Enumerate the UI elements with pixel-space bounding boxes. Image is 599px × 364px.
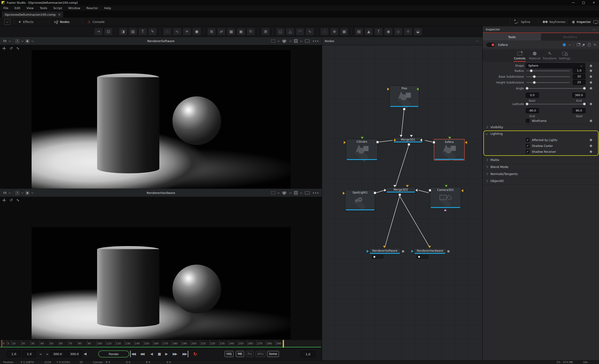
radius-slider[interactable] (526, 71, 570, 71)
angle-end-field[interactable]: 360.0 (572, 93, 585, 98)
input-socket-green[interactable] (445, 185, 448, 187)
play-rate-field[interactable]: 1.0 (301, 351, 315, 357)
keyframe-diamond[interactable] (590, 119, 592, 122)
input-socket-yellow[interactable] (461, 189, 463, 192)
keyframes-button[interactable]: Keyframes (543, 17, 565, 26)
run-script-icon[interactable]: ⊡ (104, 28, 112, 35)
minimize-button[interactable]: — (568, 0, 578, 5)
frame-format-icon[interactable] (305, 40, 309, 43)
input-socket-yellow[interactable] (344, 141, 346, 144)
tab-tools[interactable]: Tools (483, 34, 541, 41)
output-socket[interactable] (403, 108, 405, 110)
roi-icon[interactable] (271, 191, 275, 194)
latitude-low-field[interactable]: -90.0 (526, 108, 539, 113)
pin-icon[interactable] (583, 43, 585, 46)
play-button[interactable]: ▶ (165, 351, 168, 357)
color-corrector-icon[interactable]: ☀ (183, 28, 191, 35)
radius-field[interactable]: 1.0 (573, 68, 585, 73)
input-socket-cyan[interactable] (367, 250, 369, 253)
pan-icon[interactable] (2, 47, 6, 50)
node-camera3d1[interactable]: Camera3D1 (430, 187, 461, 208)
tab-modifiers[interactable]: Modifiers (541, 34, 599, 41)
tab-settings[interactable]: Settings (557, 51, 572, 60)
text-plus-icon[interactable]: T (139, 28, 147, 35)
node-rendererhardware[interactable]: RendererHardware (414, 248, 446, 254)
timeline-ruler[interactable]: 0510203040506070809010011012013014015016… (0, 340, 321, 348)
cube-3d-icon[interactable]: ◇ (394, 28, 402, 35)
render-button[interactable]: Render (98, 350, 129, 357)
fastnoise-icon[interactable]: ▨ (129, 28, 137, 35)
playhead[interactable] (1, 340, 2, 348)
input-socket-yellow[interactable] (383, 246, 386, 248)
pan-icon[interactable] (2, 198, 6, 202)
ellipse-mask-icon[interactable]: ○ (276, 28, 284, 35)
fast-rewind-button[interactable]: ◀◀ (140, 351, 145, 357)
maximize-button[interactable]: □ (578, 0, 589, 5)
input-socket-green[interactable] (361, 137, 364, 139)
input-socket-yellow[interactable] (406, 185, 409, 187)
section-matte[interactable]: Matte (483, 157, 599, 163)
resize-icon[interactable]: ↻ (247, 28, 255, 35)
tab-transform[interactable]: Transform (542, 51, 557, 60)
shadow-caster-checkbox[interactable]: ✓ (526, 144, 529, 147)
node-color-dot[interactable] (563, 43, 566, 46)
height-subdivisions-slider[interactable] (526, 82, 570, 83)
spline-button[interactable]: Spline (515, 17, 530, 26)
node-merge3d2[interactable]: Merge3D2 (386, 187, 415, 193)
audio-icon[interactable] (84, 353, 87, 355)
keyframe-diamond[interactable] (590, 69, 592, 72)
background-icon[interactable]: ◨ (119, 28, 127, 35)
proxy-button[interactable]: Prx (246, 351, 254, 357)
latitude-high-field[interactable]: 90.0 (572, 108, 585, 113)
renderer-3d-icon[interactable]: ◒ (414, 28, 422, 35)
channel-a-button[interactable]: A (16, 39, 19, 43)
menu-script[interactable]: Script (53, 6, 62, 10)
menu-reactor[interactable]: Reactor (86, 6, 98, 10)
scale-icon[interactable]: ↔ (16, 198, 21, 203)
output-socket[interactable] (447, 250, 450, 253)
toolbar-collapse-button[interactable] (4, 19, 10, 25)
chevron-down-icon[interactable] (569, 43, 571, 46)
view-mode-button[interactable] (26, 191, 29, 195)
roi-icon[interactable] (271, 40, 275, 43)
input-socket-white[interactable] (410, 135, 413, 137)
affected-by-lights-checkbox[interactable]: ✓ (526, 138, 529, 142)
keyframe-diamond[interactable] (590, 103, 592, 105)
rotate-icon[interactable]: ↺ (9, 198, 13, 202)
keyframe-diamond[interactable] (590, 81, 592, 84)
loop-button[interactable]: ↻ (193, 351, 198, 357)
view-indicator-dots[interactable] (416, 255, 428, 259)
input-socket-white[interactable] (400, 135, 403, 137)
nodes-panel-menu-icon[interactable]: ⋯ (476, 39, 479, 43)
input-socket-yellow[interactable] (428, 246, 431, 248)
input-socket-green[interactable] (416, 88, 419, 91)
menu-edit[interactable]: Edit (15, 6, 20, 10)
rotate-icon[interactable]: ↺ (9, 46, 13, 51)
versions-icon[interactable] (577, 43, 580, 46)
keyframe-diamond[interactable] (590, 87, 592, 90)
text-3d-icon[interactable]: T (375, 28, 383, 35)
guides-grid-icon[interactable] (294, 39, 298, 43)
scale-icon[interactable]: ↔ (16, 46, 21, 51)
input-socket-white[interactable] (393, 185, 396, 187)
viewer-top[interactable]: ↺ ↔ (0, 45, 322, 189)
section-objectid[interactable]: ObjectID (483, 178, 599, 184)
output-socket[interactable] (374, 191, 376, 194)
paint-icon[interactable]: ✎ (149, 28, 157, 35)
node-spotlight1[interactable]: SpotLight1 (345, 190, 375, 211)
node-merge3d1[interactable]: Merge3D1 (393, 137, 423, 143)
fit-dropdown[interactable]: Fit (3, 40, 7, 43)
input-socket-yellow[interactable] (387, 88, 389, 91)
tab-close-icon[interactable]: × (58, 13, 61, 16)
viewer-menu-icon[interactable]: ••• (312, 191, 319, 195)
close-button[interactable]: × (589, 0, 599, 5)
console-button[interactable]: ⚠ Console (88, 17, 105, 26)
p-emitter-icon[interactable]: ∴ (321, 28, 328, 35)
layout-presets-button[interactable] (593, 17, 598, 26)
particles-icon[interactable]: ∴ (163, 28, 171, 35)
latitude-range-slider[interactable] (526, 104, 585, 104)
output-socket[interactable] (433, 141, 435, 144)
input-socket-yellow[interactable] (465, 141, 467, 144)
section-visibility[interactable]: Visibility (483, 124, 599, 130)
node-renderersoftware[interactable]: RendererSoftware (369, 248, 401, 254)
